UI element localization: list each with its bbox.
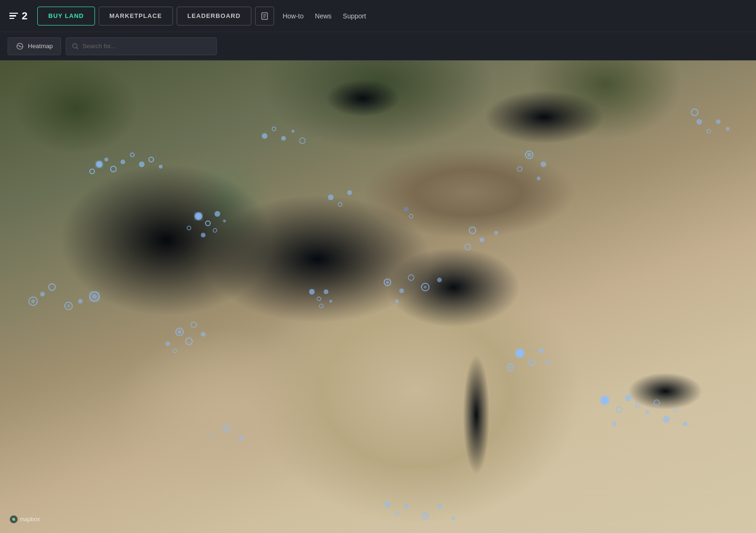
nav-links: How-to News Support — [283, 12, 366, 20]
heatmap-label: Heatmap — [28, 42, 53, 50]
svg-point-23 — [223, 220, 226, 222]
svg-point-21 — [201, 233, 206, 237]
svg-point-77 — [645, 410, 649, 414]
map-container[interactable]: mapbox — [0, 60, 756, 533]
svg-point-97 — [239, 436, 243, 440]
svg-point-81 — [674, 408, 678, 412]
svg-point-94 — [409, 214, 413, 218]
svg-point-68 — [539, 348, 543, 353]
svg-point-93 — [404, 207, 409, 212]
svg-point-88 — [262, 133, 267, 139]
svg-point-79 — [612, 422, 617, 426]
svg-point-100 — [395, 512, 399, 516]
svg-point-54 — [329, 300, 332, 303]
svg-point-87 — [726, 127, 730, 131]
svg-point-105 — [452, 516, 455, 520]
svg-point-61 — [469, 227, 476, 234]
svg-point-32 — [49, 284, 55, 290]
svg-point-101 — [404, 504, 409, 509]
svg-point-28 — [92, 294, 97, 299]
mapbox-text: mapbox — [20, 516, 40, 523]
svg-point-44 — [386, 281, 389, 284]
svg-point-92 — [300, 138, 305, 144]
svg-point-53 — [324, 289, 328, 294]
svg-point-83 — [696, 119, 702, 125]
logo-text: 2 — [22, 10, 27, 22]
svg-point-80 — [663, 416, 670, 423]
svg-point-89 — [272, 127, 276, 131]
news-link[interactable]: News — [315, 12, 332, 20]
heatmap-button[interactable]: Heatmap — [8, 37, 61, 55]
logo-icon — [9, 13, 18, 19]
svg-point-86 — [691, 109, 698, 116]
svg-point-16 — [159, 165, 163, 169]
svg-point-22 — [213, 228, 217, 232]
svg-point-35 — [31, 299, 35, 303]
svg-point-38 — [191, 322, 197, 328]
svg-point-26 — [347, 190, 352, 195]
howto-link[interactable]: How-to — [283, 12, 303, 20]
svg-point-14 — [139, 161, 145, 167]
svg-point-17 — [195, 212, 202, 220]
svg-point-9 — [90, 169, 94, 174]
svg-point-73 — [603, 398, 607, 402]
svg-point-58 — [541, 161, 546, 167]
svg-point-103 — [424, 515, 427, 517]
svg-point-74 — [616, 407, 622, 413]
document-icon — [260, 12, 269, 20]
svg-point-30 — [67, 305, 70, 307]
svg-point-99 — [385, 501, 390, 507]
svg-point-104 — [437, 504, 442, 509]
svg-point-67 — [529, 360, 534, 365]
svg-point-62 — [480, 237, 484, 242]
svg-point-82 — [683, 422, 687, 426]
mapbox-logo-icon — [9, 515, 18, 524]
map-background: mapbox — [0, 60, 756, 533]
docs-icon-button[interactable] — [255, 7, 274, 25]
svg-point-52 — [317, 297, 321, 301]
svg-point-11 — [111, 166, 116, 172]
svg-point-49 — [437, 278, 442, 282]
leaderboard-button[interactable]: LEADERBOARD — [177, 7, 252, 25]
secondary-navigation: Heatmap — [0, 32, 756, 60]
svg-point-96 — [225, 427, 228, 430]
land-parcels-overlay — [0, 60, 756, 533]
svg-point-75 — [625, 395, 632, 401]
mapbox-attribution: mapbox — [9, 515, 40, 524]
search-input[interactable] — [83, 42, 211, 50]
svg-point-10 — [104, 158, 108, 161]
svg-point-98 — [211, 434, 215, 438]
svg-point-71 — [546, 361, 550, 364]
buy-land-button[interactable]: BUY LAND — [37, 7, 94, 25]
support-link[interactable]: Support — [343, 12, 366, 20]
svg-point-84 — [707, 129, 711, 133]
svg-point-20 — [187, 226, 191, 230]
svg-line-7 — [77, 47, 78, 49]
svg-point-60 — [537, 177, 541, 180]
svg-point-15 — [149, 157, 154, 162]
svg-point-59 — [517, 167, 522, 171]
svg-point-76 — [636, 403, 640, 407]
svg-point-25 — [338, 203, 342, 206]
svg-point-55 — [319, 304, 323, 308]
svg-point-31 — [78, 299, 83, 304]
svg-point-12 — [120, 160, 125, 164]
svg-point-13 — [130, 153, 134, 157]
svg-point-90 — [281, 136, 286, 141]
search-icon — [72, 42, 79, 50]
svg-point-40 — [186, 338, 192, 345]
svg-point-91 — [292, 130, 294, 133]
svg-point-70 — [509, 366, 512, 369]
svg-point-50 — [395, 299, 399, 303]
svg-point-63 — [465, 244, 471, 250]
svg-point-45 — [399, 288, 404, 293]
svg-point-66 — [518, 351, 522, 355]
svg-point-8 — [96, 161, 103, 168]
search-bar — [66, 37, 217, 55]
svg-point-48 — [424, 286, 427, 288]
svg-point-5 — [19, 45, 21, 47]
svg-point-39 — [201, 332, 206, 337]
svg-point-51 — [309, 289, 315, 295]
app-logo[interactable]: 2 — [9, 10, 27, 22]
marketplace-button[interactable]: MARKETPLACE — [99, 7, 173, 25]
